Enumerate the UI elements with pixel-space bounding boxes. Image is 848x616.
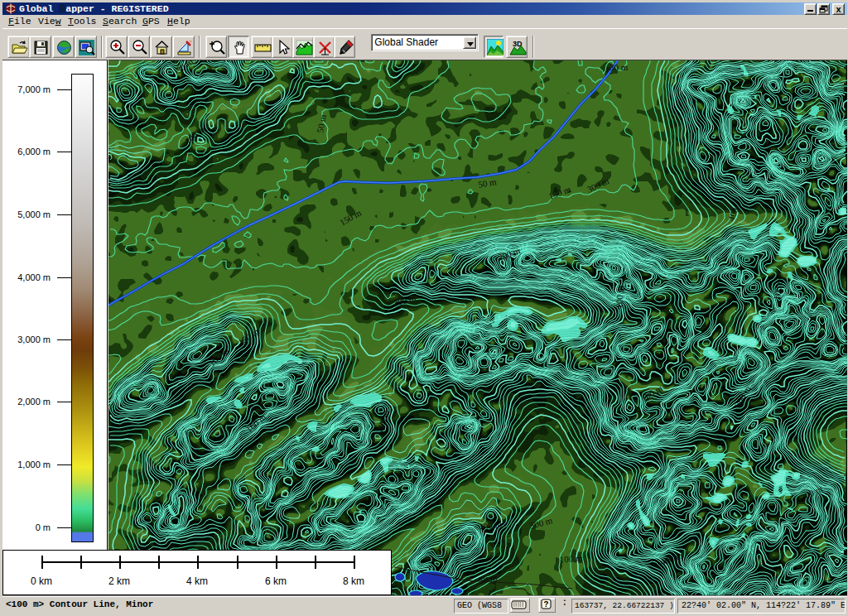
svg-text:100 m: 100 m [614,285,625,309]
svg-text:30 m: 30 m [610,62,629,72]
svg-text:100 m: 100 m [559,553,583,565]
svg-text:?: ? [543,600,548,609]
